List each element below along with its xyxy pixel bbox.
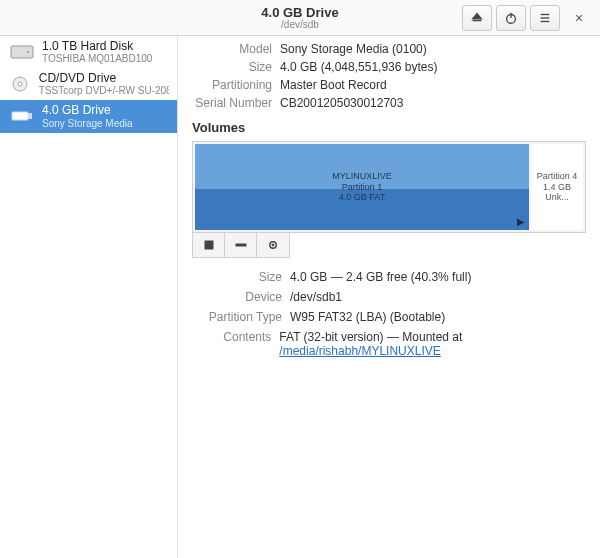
power-icon xyxy=(504,11,518,25)
menu-button[interactable] xyxy=(530,5,560,31)
vol-contents: FAT (32-bit version) — Mounted at /media… xyxy=(279,330,586,358)
info-label: Serial Number xyxy=(192,96,272,110)
svg-rect-10 xyxy=(28,113,32,119)
titlebar: 4.0 GB Drive /dev/sdb × xyxy=(0,0,600,36)
close-icon: × xyxy=(575,10,583,26)
info-label: Model xyxy=(192,42,272,56)
partition-4[interactable]: Partition 4 1.4 GB Unk... xyxy=(531,144,583,230)
device-name: CD/DVD Drive xyxy=(39,72,169,85)
svg-rect-5 xyxy=(11,46,33,58)
sidebar-item-hdd[interactable]: 1.0 TB Hard Disk TOSHIBA MQ01ABD100 xyxy=(0,36,177,68)
remove-icon xyxy=(235,239,247,251)
svg-point-8 xyxy=(18,82,22,86)
vol-value: W95 FAT32 (LBA) (Bootable) xyxy=(290,310,445,324)
vol-label: Partition Type xyxy=(192,310,282,324)
vol-label: Contents xyxy=(192,330,271,358)
volume-toolbar xyxy=(192,233,290,258)
device-detail: Sony Storage Media xyxy=(42,118,133,129)
info-label: Size xyxy=(192,60,272,74)
partition-1[interactable]: MYLINUXLIVE Partition 1 4.0 GB FAT ▶ xyxy=(195,144,529,230)
partition-line: Partition 4 xyxy=(537,171,578,182)
hdd-icon xyxy=(8,42,36,62)
sidebar-item-cd[interactable]: CD/DVD Drive TSSTcorp DVD+/-RW SU-208GB xyxy=(0,68,177,100)
svg-rect-12 xyxy=(236,244,246,246)
eject-button[interactable] xyxy=(462,5,492,31)
vol-value: /dev/sdb1 xyxy=(290,290,342,304)
close-button[interactable]: × xyxy=(564,3,594,33)
options-button[interactable] xyxy=(257,233,289,257)
cd-icon xyxy=(8,74,33,94)
vol-value: 4.0 GB — 2.4 GB free (40.3% full) xyxy=(290,270,471,284)
gear-icon xyxy=(267,239,279,251)
svg-rect-9 xyxy=(12,112,28,120)
vol-label: Size xyxy=(192,270,282,284)
svg-point-6 xyxy=(27,51,29,53)
info-value: Master Boot Record xyxy=(280,78,387,92)
partition-label: MYLINUXLIVE xyxy=(332,171,392,182)
sidebar-item-usb[interactable]: 4.0 GB Drive Sony Storage Media xyxy=(0,100,177,132)
device-detail: TSSTcorp DVD+/-RW SU-208GB xyxy=(39,85,169,96)
usb-icon xyxy=(8,106,36,126)
device-name: 4.0 GB Drive xyxy=(42,104,133,117)
volumes-diagram: MYLINUXLIVE Partition 1 4.0 GB FAT ▶ Par… xyxy=(192,141,586,233)
mount-link[interactable]: /media/rishabh/MYLINUXLIVE xyxy=(279,344,440,358)
vol-label: Device xyxy=(192,290,282,304)
partition-line: 4.0 GB FAT xyxy=(339,192,385,203)
delete-button[interactable] xyxy=(225,233,257,257)
menu-icon xyxy=(538,11,552,25)
unmount-button[interactable] xyxy=(193,233,225,257)
info-value: 4.0 GB (4,048,551,936 bytes) xyxy=(280,60,437,74)
info-value: Sony Storage Media (0100) xyxy=(280,42,427,56)
eject-icon xyxy=(470,11,484,25)
device-detail: TOSHIBA MQ01ABD100 xyxy=(42,53,152,64)
stop-icon xyxy=(203,239,215,251)
volumes-heading: Volumes xyxy=(192,120,586,135)
device-name: 1.0 TB Hard Disk xyxy=(42,40,152,53)
partition-line: Partition 1 xyxy=(342,182,383,193)
power-button[interactable] xyxy=(496,5,526,31)
contents-text: FAT (32-bit version) — Mounted at xyxy=(279,330,462,344)
info-label: Partitioning xyxy=(192,78,272,92)
device-sidebar: 1.0 TB Hard Disk TOSHIBA MQ01ABD100 CD/D… xyxy=(0,36,178,558)
play-icon: ▶ xyxy=(517,216,525,228)
svg-point-14 xyxy=(272,244,274,246)
info-value: CB2001205030012703 xyxy=(280,96,403,110)
svg-rect-11 xyxy=(205,241,213,249)
content-pane: ModelSony Storage Media (0100) Size4.0 G… xyxy=(178,36,600,558)
partition-line: 1.4 GB Unk... xyxy=(533,182,581,204)
